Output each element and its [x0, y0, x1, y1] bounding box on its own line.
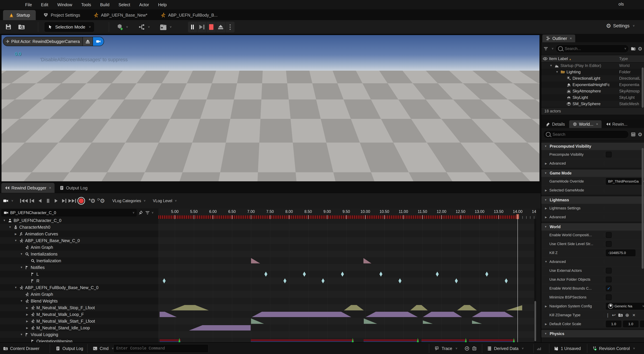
use-selected-icon[interactable]: ↩	[611, 312, 616, 318]
pause-button[interactable]	[188, 22, 197, 32]
tab-abp-uefn-fullbody-b-[interactable]: ABP_UEFN_FullBody_B...	[155, 10, 223, 20]
tree-row-m-neutral-stand-idle-loop[interactable]: ▶M_Neutral_Stand_Idle_Loop	[0, 324, 158, 331]
details-settings-gear-icon[interactable]: ⚙	[638, 132, 642, 138]
property-label[interactable]: Precompute Visibility	[541, 152, 604, 157]
eject-button[interactable]	[216, 22, 225, 32]
add-actor-dropdown[interactable]: ˅	[116, 23, 128, 31]
play-button[interactable]	[52, 196, 60, 206]
details-search[interactable]	[543, 130, 629, 138]
chevron-down-icon[interactable]: ˅	[552, 47, 554, 50]
tree-row-blend-weights[interactable]: ▼Blend Weights	[0, 298, 158, 304]
trace-dropdown[interactable]: Trace˅	[434, 342, 458, 354]
outliner-row[interactable]: DirectionalLightDirectionalL	[541, 75, 644, 82]
display-options-icon[interactable]	[631, 132, 636, 137]
outliner-row[interactable]: ▼LightingFolder	[541, 69, 644, 75]
tab-world-[interactable]: World...×	[569, 120, 602, 128]
trace-record-icon[interactable]	[464, 346, 470, 351]
property-label[interactable]: Use External Actors	[541, 268, 604, 273]
filter-icon[interactable]	[543, 46, 548, 51]
chevron-down-icon[interactable]: ˅	[624, 47, 626, 50]
outliner-row[interactable]: ▼Startup (Play In Editor)World	[541, 62, 644, 69]
menu-item-help[interactable]: Help	[158, 2, 166, 7]
outliner-search-input[interactable]	[564, 46, 622, 51]
tree-row-bp-uefncharacter-c-0[interactable]: ▼BP_UEFNCharacter_C_0	[0, 217, 158, 224]
revision-control-dropdown[interactable]: Revision Control˅	[592, 342, 635, 354]
pause-button[interactable]	[44, 196, 52, 206]
column-item-label[interactable]: Item Label ▲	[549, 56, 619, 61]
track-event-vlog[interactable]	[469, 339, 515, 342]
outliner-settings-gear-icon[interactable]: ⚙	[638, 46, 642, 52]
skip-to-start-button[interactable]	[20, 196, 28, 206]
eyedropper-icon[interactable]	[138, 210, 143, 215]
vlog-settings-button[interactable]: ⟳⚙	[100, 198, 105, 204]
settings-dropdown[interactable]: ⚙ Settings ˅	[606, 22, 634, 29]
rewind-timeline[interactable]: 5.005.506.006.507.007.508.008.509.009.50…	[158, 208, 536, 342]
vlog-categories-dropdown[interactable]: VLog Categories˅	[112, 199, 146, 203]
pilot-camera-button[interactable]	[92, 37, 104, 46]
property-label[interactable]: Enable World Bounds C...	[541, 286, 604, 290]
property-label[interactable]: ▶Advanced	[541, 215, 604, 219]
tab-startup[interactable]: Startup	[3, 10, 36, 20]
property-label[interactable]: Minimize BSPSections	[541, 295, 604, 300]
debug-target-dropdown[interactable]: BP_UEFNCharacter_C_0 ˅	[1, 209, 136, 216]
menu-item-file[interactable]: File	[25, 2, 32, 7]
outliner-row[interactable]: SkyAtmosphereSkyAtmosp	[541, 88, 644, 94]
track-event-vlog[interactable]	[160, 339, 180, 342]
checkbox[interactable]: ✓	[606, 241, 612, 247]
tree-row-r[interactable]: R	[0, 278, 158, 284]
checkbox[interactable]: ✓	[606, 152, 612, 157]
checkbox[interactable]: ✓	[606, 277, 612, 282]
details-category[interactable]: ▼Precomputed Visibility	[541, 142, 644, 150]
visibility-eye-icon[interactable]	[543, 56, 548, 61]
browse-content-button[interactable]	[18, 23, 26, 31]
checkbox[interactable]: ✓	[606, 268, 612, 274]
property-label[interactable]: ▶Advanced	[541, 161, 604, 166]
rewind-settings-button[interactable]: ▲⚙	[90, 198, 96, 204]
new-folder-icon[interactable]	[631, 46, 636, 51]
checkbox[interactable]: ✓	[606, 286, 612, 291]
outliner-row[interactable]: SkyLightSkyLight	[541, 94, 644, 101]
column-type[interactable]: Type	[619, 56, 644, 61]
level-viewport[interactable]: ✈ Pilot Actor: RewindDebuggerCamera 0.0 …	[1, 35, 540, 182]
property-label[interactable]: Use Client Side Level Str...	[541, 242, 604, 246]
outliner-scrollbar[interactable]	[642, 68, 644, 108]
tree-row-m-neutral-walk-loop-f[interactable]: ▶M_Neutral_Walk_Loop_F	[0, 311, 158, 318]
details-category[interactable]: ▼Game Mode	[541, 169, 644, 177]
menu-item-window[interactable]: Window	[57, 2, 72, 7]
play-options-button[interactable]	[225, 22, 234, 32]
menu-item-build[interactable]: Build	[100, 2, 110, 7]
tree-row-abp-uefn-base-new-c-0[interactable]: ▼ABP_UEFN_Base_New_C_0	[0, 237, 158, 244]
stop-piloting-button[interactable]	[82, 37, 92, 46]
details-search-input[interactable]	[552, 132, 626, 137]
outliner-search[interactable]: ˅	[556, 45, 629, 53]
property-label[interactable]: Use Actor Folder Objects	[541, 277, 604, 282]
editor-mode-dropdown[interactable]: Selection Mode ˅	[45, 22, 94, 32]
class-dropdown[interactable]: Generic Na˅	[606, 303, 644, 310]
console-command-input[interactable]	[116, 346, 206, 351]
close-icon[interactable]: ×	[49, 186, 51, 190]
tab-project-settings[interactable]: Project Settings	[38, 10, 86, 20]
outliner-row[interactable]: ExponentialHeightFcExponentia	[541, 82, 644, 88]
tree-row-animation-curves[interactable]: ▶Animation Curves	[0, 230, 158, 237]
tab-details[interactable]: Details	[542, 120, 568, 128]
skip-to-end-button[interactable]	[68, 196, 76, 206]
timeline-scrollbar[interactable]	[534, 219, 536, 342]
filter-icon[interactable]	[145, 210, 150, 215]
property-label[interactable]: ▶Navigation System Config	[541, 304, 604, 308]
browse-asset-icon[interactable]	[618, 312, 623, 318]
tree-row-anim-graph[interactable]: Anim Graph	[0, 291, 158, 298]
property-label[interactable]: Kill Z	[541, 251, 604, 255]
property-label[interactable]: Kill ZDamage Type	[541, 313, 604, 317]
cinematics-dropdown[interactable]: ˅	[159, 23, 172, 31]
property-label[interactable]: ▼Advanced	[541, 260, 604, 264]
track-event-trap[interactable]	[252, 312, 351, 317]
step-forward-button[interactable]	[60, 196, 68, 206]
trace-snapshot-icon[interactable]	[472, 346, 477, 351]
track-event-vlog[interactable]	[251, 339, 354, 342]
property-label[interactable]: ▶Selected GameMode	[541, 188, 604, 192]
tree-row-inertialization[interactable]: Inertialization	[0, 257, 158, 264]
tab-abp-uefn-base-new-[interactable]: ABP_UEFN_Base_New*	[88, 10, 153, 20]
background-tasks-indicator[interactable]	[536, 342, 541, 354]
clear-icon[interactable]: ×	[632, 312, 636, 318]
tree-row-anim-graph[interactable]: Anim Graph	[0, 244, 158, 251]
